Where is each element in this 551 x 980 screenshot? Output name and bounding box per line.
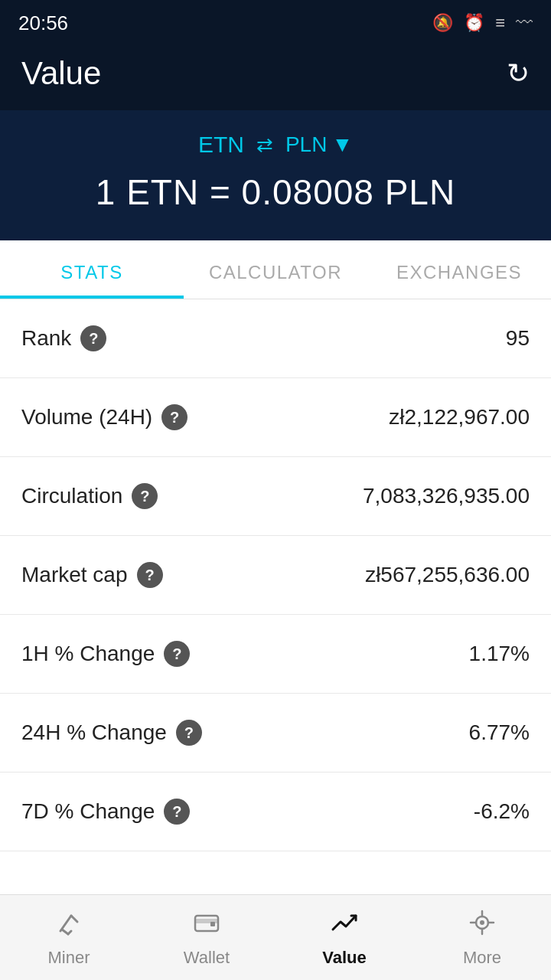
help-icon-marketcap[interactable]: ? <box>137 562 163 588</box>
stat-label-rank: Rank ? <box>21 325 106 351</box>
help-icon-rank[interactable]: ? <box>80 325 106 351</box>
stat-row-rank: Rank ? 95 <box>0 299 551 378</box>
stat-label-1h-change: 1H % Change ? <box>21 641 190 667</box>
stat-value-volume: zł2,122,967.00 <box>389 405 530 430</box>
stat-label-volume: Volume (24H) ? <box>21 404 187 430</box>
to-currency-label: PLN <box>285 132 327 157</box>
stat-value-rank: 95 <box>506 326 530 351</box>
more-icon <box>468 908 497 942</box>
to-currency-dropdown[interactable]: PLN ▼ <box>285 132 353 157</box>
tab-bar: STATS CALCULATOR EXCHANGES <box>0 240 551 299</box>
alarm-icon: ⏰ <box>464 13 484 33</box>
wallet-label: Wallet <box>184 948 230 968</box>
nav-item-value[interactable]: Value <box>276 895 413 980</box>
activity-icon: 〰 <box>516 13 533 33</box>
nav-item-miner[interactable]: Miner <box>0 895 138 980</box>
page-title: Value <box>21 55 101 92</box>
help-icon-1h-change[interactable]: ? <box>164 641 190 667</box>
miner-label: Miner <box>47 948 90 968</box>
miner-icon <box>54 908 83 942</box>
help-icon-7d-change[interactable]: ? <box>164 799 190 825</box>
currency-section: ETN ⇄ PLN ▼ 1 ETN = 0.08008 PLN <box>0 110 551 240</box>
help-icon-circulation[interactable]: ? <box>132 483 158 509</box>
from-currency: ETN <box>198 132 244 158</box>
stat-row-volume: Volume (24H) ? zł2,122,967.00 <box>0 378 551 457</box>
stat-label-24h-change: 24H % Change ? <box>21 720 202 746</box>
stat-label-7d-change: 7D % Change ? <box>21 799 190 825</box>
status-bar: 20:56 🔕 ⏰ ≡ 〰 <box>0 0 551 43</box>
stat-label-circulation: Circulation ? <box>21 483 158 509</box>
value-label: Value <box>322 948 366 968</box>
stat-row-24h-change: 24H % Change ? 6.77% <box>0 694 551 773</box>
more-label: More <box>463 948 501 968</box>
svg-point-8 <box>480 920 484 925</box>
notification-icon: 🔕 <box>432 13 453 33</box>
stat-value-circulation: 7,083,326,935.00 <box>363 484 530 508</box>
currency-pair: ETN ⇄ PLN ▼ <box>21 132 530 158</box>
stat-value-marketcap: zł567,255,636.00 <box>365 563 530 587</box>
value-icon <box>330 908 359 942</box>
nav-item-more[interactable]: More <box>413 895 551 980</box>
help-icon-24h-change[interactable]: ? <box>176 720 202 746</box>
stat-row-1h-change: 1H % Change ? 1.17% <box>0 615 551 694</box>
svg-rect-6 <box>210 922 215 926</box>
stat-row-circulation: Circulation ? 7,083,326,935.00 <box>0 457 551 536</box>
stat-row-7d-change: 7D % Change ? -6.2% <box>0 773 551 851</box>
stat-value-1h-change: 1.17% <box>469 642 530 666</box>
stat-value-7d-change: -6.2% <box>474 799 530 824</box>
wallet-icon <box>192 908 221 942</box>
header: Value ↻ <box>0 43 551 110</box>
refresh-button[interactable]: ↻ <box>507 57 530 90</box>
svg-line-3 <box>68 931 71 934</box>
tab-stats[interactable]: STATS <box>0 240 184 299</box>
menu-icon: ≡ <box>495 13 505 33</box>
help-icon-volume[interactable]: ? <box>161 404 187 430</box>
tab-exchanges[interactable]: EXCHANGES <box>367 240 551 299</box>
stats-list: Rank ? 95 Volume (24H) ? zł2,122,967.00 … <box>0 299 551 851</box>
stat-row-marketcap: Market cap ? zł567,255,636.00 <box>0 536 551 615</box>
stat-label-marketcap: Market cap ? <box>21 562 163 588</box>
dropdown-chevron-icon: ▼ <box>331 132 353 157</box>
swap-arrow-icon: ⇄ <box>256 133 273 157</box>
nav-item-wallet[interactable]: Wallet <box>138 895 276 980</box>
status-icons: 🔕 ⏰ ≡ 〰 <box>432 13 533 33</box>
stat-value-24h-change: 6.77% <box>469 720 530 745</box>
svg-line-1 <box>71 916 77 922</box>
exchange-rate-display: 1 ETN = 0.08008 PLN <box>21 172 530 213</box>
tab-calculator[interactable]: CALCULATOR <box>184 240 367 299</box>
bottom-nav: Miner Wallet Value <box>0 894 551 980</box>
status-time: 20:56 <box>18 11 68 35</box>
